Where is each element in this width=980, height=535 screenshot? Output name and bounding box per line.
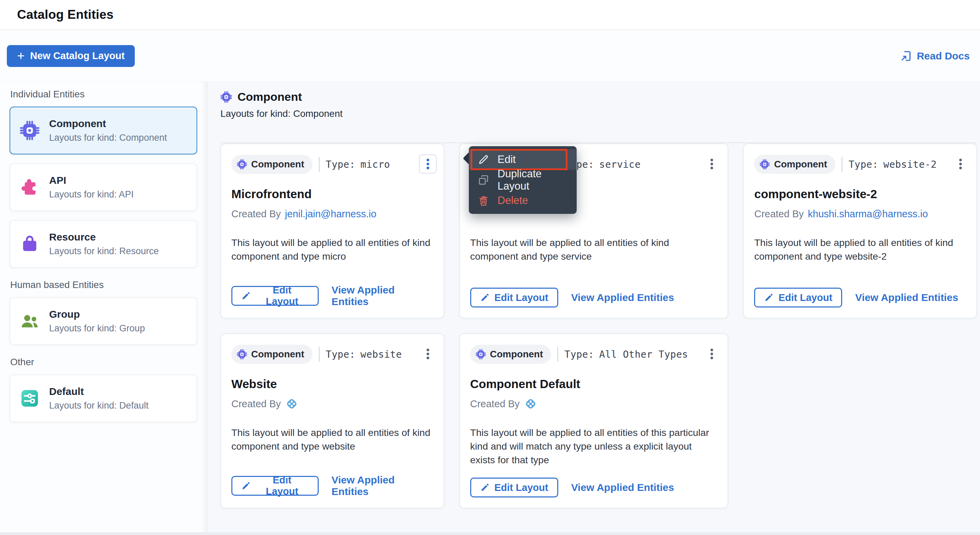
main-content: Component Layouts for kind: Component Co… [207,82,980,532]
sidebar-item-text: Group Layouts for kind: Group [49,308,145,334]
edit-layout-button[interactable]: Edit Layout [470,478,558,497]
edit-layout-button[interactable]: Edit Layout [231,476,319,496]
menu-item-label: Edit [498,153,515,166]
view-applied-entities-link[interactable]: View Applied Entities [855,292,958,303]
section-label: Individual Entities [10,89,197,100]
card-title: Microfrontend [231,187,433,201]
kind-badge-label: Component [774,159,827,170]
context-menu: Edit Duplicate Layout Delete [469,146,577,214]
sidebar: Individual Entities Component Layouts fo… [0,82,207,532]
layout-card-component-website-2: Component Type:website-2 component-websi… [743,144,977,318]
section-label: Human based Entities [10,279,197,291]
view-applied-entities-link[interactable]: View Applied Entities [571,482,674,493]
sidebar-section-individual: Individual Entities Component Layouts fo… [10,89,197,268]
card-header: Component Type:micro [231,155,433,174]
layout-card-component-default: Component Type:All Other Types Component… [459,334,729,508]
catalog-entities-page: Catalog Entities + New Catalog Layout Re… [0,0,980,535]
card-description: This layout will be applied to all entit… [470,236,718,263]
layout-card-website: Component Type:website Website Created B… [220,334,444,508]
read-docs-label: Read Docs [917,50,970,62]
sidebar-item-subtitle: Layouts for kind: Group [49,323,145,334]
trash-icon [478,195,489,206]
card-title: Website [231,377,433,391]
created-by-label: Created By [470,398,520,410]
kebab-menu-button[interactable] [419,344,437,364]
type-label: Type:micro [326,159,390,170]
sidebar-item-text: Component Layouts for kind: Component [49,118,167,143]
card-footer: Edit Layout View Applied Entities [231,284,433,307]
chip-icon [19,121,40,141]
sidebar-item-subtitle: Layouts for kind: Resource [49,246,159,257]
pencil-icon [480,293,490,302]
sidebar-item-api[interactable]: API Layouts for kind: API [10,163,197,211]
menu-item-label: Duplicate Layout [498,168,568,192]
main-heading: Component [237,90,302,104]
creator-email-link[interactable]: jenil.jain@harness.io [285,208,376,220]
edit-layout-label: Edit Layout [256,474,309,497]
kebab-menu-button[interactable] [952,155,969,174]
pencil-icon [764,293,773,302]
sidebar-item-group[interactable]: Group Layouts for kind: Group [10,297,197,345]
divider [319,347,320,362]
sliders-icon [19,388,40,408]
edit-layout-label: Edit Layout [495,292,548,303]
edit-layout-button[interactable]: Edit Layout [470,287,558,307]
sidebar-item-component[interactable]: Component Layouts for kind: Component [10,107,197,155]
chip-icon [760,159,770,169]
created-by-label: Created By [231,208,281,220]
sidebar-section-other: Other Default Layouts for kind: Default [10,357,197,422]
toolbar: + New Catalog Layout Read Docs [0,30,980,82]
sidebar-item-resource[interactable]: Resource Layouts for kind: Resource [10,220,197,268]
harness-logo-icon [524,397,538,410]
card-description: This layout will be applied to all entit… [231,426,433,453]
kind-badge-label: Component [490,349,543,360]
read-docs-link[interactable]: Read Docs [900,50,970,62]
sidebar-item-title: API [49,174,134,186]
divider [220,142,977,143]
pencil-icon [241,481,251,490]
edit-layout-label: Edit Layout [256,284,309,307]
pencil-icon [241,291,251,301]
pencil-icon [480,483,490,492]
main-subheading: Layouts for kind: Component [220,108,977,119]
sidebar-item-default[interactable]: Default Layouts for kind: Default [10,374,197,422]
card-header: Component Type:website [231,344,433,364]
layout-card-microfrontend: Component Type:micro Microfrontend Creat… [220,144,444,318]
view-applied-entities-link[interactable]: View Applied Entities [332,474,433,497]
card-description: This layout will be applied to all entit… [470,426,718,467]
new-catalog-layout-label: New Catalog Layout [30,50,124,61]
sidebar-item-subtitle: Layouts for kind: Component [49,133,167,143]
chip-icon [220,91,232,103]
edit-layout-button[interactable]: Edit Layout [754,287,842,307]
created-by-row: Created By khushi.sharma@harness.io [754,206,966,221]
card-header: Component Type:website-2 [754,155,966,174]
top-bar: Catalog Entities [0,0,980,30]
sidebar-item-title: Default [49,386,148,397]
kebab-menu-button[interactable] [703,155,721,174]
duplicate-icon [478,174,489,186]
context-menu-item-edit[interactable]: Edit [469,149,577,170]
sidebar-item-subtitle: Layouts for kind: API [49,189,134,200]
kebab-menu-button[interactable] [419,155,437,174]
kind-badge: Component [231,155,313,174]
group-icon [19,311,40,331]
edit-layout-button[interactable]: Edit Layout [231,286,319,306]
card-title: Component Default [470,377,718,391]
card-header: Component Type:All Other Types [470,344,718,364]
card-footer: Edit Layout View Applied Entities [754,287,966,307]
kebab-menu-button[interactable] [703,344,721,364]
kind-badge: Component [231,345,313,364]
page-title: Catalog Entities [17,8,114,22]
bag-icon [19,234,40,254]
pencil-icon [478,154,489,165]
context-menu-item-delete[interactable]: Delete [469,190,577,211]
chip-icon [237,159,247,169]
edit-layout-label: Edit Layout [495,482,548,493]
view-applied-entities-link[interactable]: View Applied Entities [332,284,433,307]
view-applied-entities-link[interactable]: View Applied Entities [571,292,674,303]
new-catalog-layout-button[interactable]: + New Catalog Layout [7,45,135,67]
context-menu-item-duplicate-layout[interactable]: Duplicate Layout [469,170,577,190]
harness-logo-icon [285,397,299,410]
creator-email-link[interactable]: khushi.sharma@harness.io [808,208,928,220]
card-description: This layout will be applied to all entit… [231,236,433,263]
